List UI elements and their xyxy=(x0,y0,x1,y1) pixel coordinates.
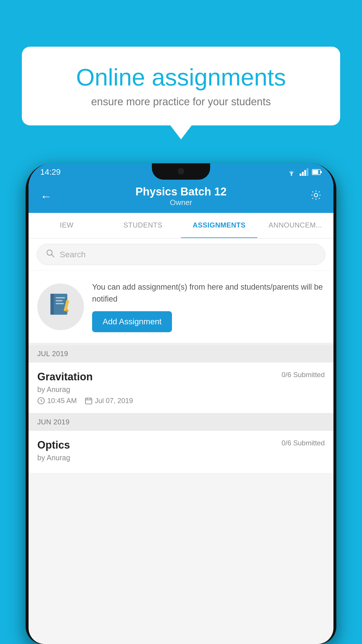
svg-rect-14 xyxy=(56,300,63,301)
assignment-meta: 10:45 AM Jul 07, 2019 xyxy=(37,397,325,405)
assignment-top: Gravitation 0/6 Submitted xyxy=(37,371,325,383)
assignment-time: 10:45 AM xyxy=(37,397,77,405)
wifi-icon xyxy=(287,168,296,176)
assignment-submitted-optics: 0/6 Submitted xyxy=(282,439,325,447)
phone-screen: 14:29 xyxy=(29,163,333,644)
calendar-icon xyxy=(85,397,92,405)
back-button[interactable]: ← xyxy=(40,190,52,203)
tabs-bar: IEW STUDENTS ASSIGNMENTS ANNOUNCEM... xyxy=(29,213,333,239)
bubble-title: Online assignments xyxy=(42,64,320,90)
svg-line-10 xyxy=(52,255,54,257)
tab-iew[interactable]: IEW xyxy=(29,213,105,238)
svg-rect-2 xyxy=(302,172,304,176)
svg-point-8 xyxy=(314,193,318,197)
bubble-subtitle: ensure more practice for your students xyxy=(42,96,320,108)
phone-frame: 14:29 xyxy=(26,163,336,644)
search-icon xyxy=(46,249,55,260)
svg-rect-15 xyxy=(56,303,64,304)
svg-rect-13 xyxy=(56,297,65,298)
tab-assignments[interactable]: ASSIGNMENTS xyxy=(181,213,257,239)
speech-bubble: Online assignments ensure more practice … xyxy=(22,47,340,125)
promo-card: You can add assignment(s) from here and … xyxy=(29,271,333,345)
section-jul-2019: JUL 2019 xyxy=(29,345,333,363)
promo-icon-circle xyxy=(37,284,84,330)
promo-text: You can add assignment(s) from here and … xyxy=(92,281,325,305)
svg-rect-4 xyxy=(307,168,308,176)
search-placeholder: Search xyxy=(60,250,86,259)
assignment-by: by Anurag xyxy=(37,385,325,394)
svg-rect-6 xyxy=(312,170,318,174)
search-bar[interactable]: Search xyxy=(37,244,325,265)
assignment-item-gravitation[interactable]: Gravitation 0/6 Submitted by Anurag 10:4… xyxy=(29,363,333,413)
header-center: Physics Batch 12 Owner xyxy=(136,186,227,207)
battery-icon xyxy=(312,169,322,175)
tab-students[interactable]: STUDENTS xyxy=(105,213,181,238)
svg-rect-3 xyxy=(304,170,306,176)
header-title: Physics Batch 12 xyxy=(136,186,227,198)
assignment-item-optics[interactable]: Optics 0/6 Submitted by Anurag xyxy=(29,431,333,473)
promo-content: You can add assignment(s) from here and … xyxy=(92,281,325,332)
notebook-icon xyxy=(48,291,74,322)
assignment-name-optics: Optics xyxy=(37,439,70,451)
search-container: Search xyxy=(29,239,333,271)
clock-icon xyxy=(37,397,45,405)
svg-rect-7 xyxy=(321,171,322,173)
svg-point-9 xyxy=(47,250,52,255)
add-assignment-button[interactable]: Add Assignment xyxy=(92,311,172,332)
svg-rect-12 xyxy=(50,294,54,315)
section-jun-2019: JUN 2019 xyxy=(29,413,333,431)
svg-rect-1 xyxy=(300,174,301,176)
assignment-top-optics: Optics 0/6 Submitted xyxy=(37,439,325,451)
status-time: 14:29 xyxy=(40,167,61,177)
tab-announcements[interactable]: ANNOUNCEM... xyxy=(257,213,334,238)
svg-point-0 xyxy=(291,174,292,176)
assignment-submitted: 0/6 Submitted xyxy=(282,371,325,379)
settings-button[interactable] xyxy=(310,189,322,204)
phone-notch xyxy=(152,163,210,180)
header-subtitle: Owner xyxy=(136,198,227,207)
status-icons xyxy=(287,168,322,176)
svg-rect-19 xyxy=(85,398,92,404)
signal-icon xyxy=(300,168,308,176)
assignment-by-optics: by Anurag xyxy=(37,454,325,462)
assignment-name: Gravitation xyxy=(37,371,93,383)
assignment-date: Jul 07, 2019 xyxy=(85,397,133,405)
app-header: ← Physics Batch 12 Owner xyxy=(29,181,333,213)
